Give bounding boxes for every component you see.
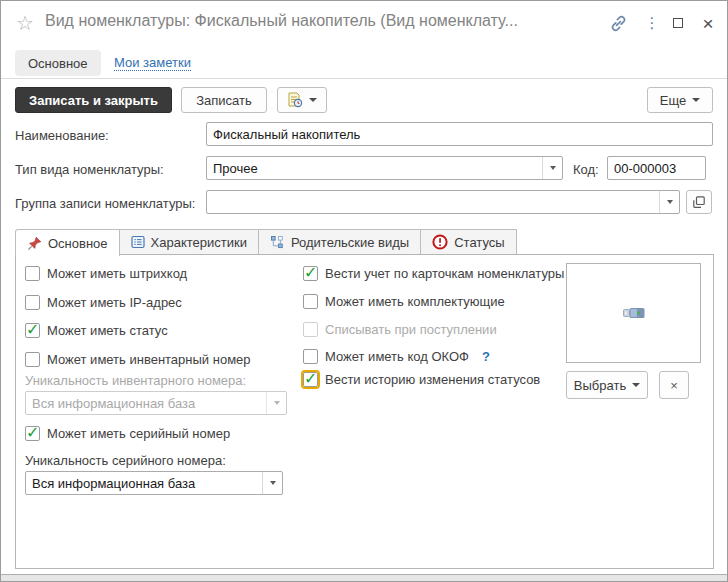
nav-link-my-notes[interactable]: Мои заметки bbox=[114, 55, 191, 71]
select-image-label: Выбрать bbox=[574, 378, 626, 393]
kebab-menu-icon[interactable]: ⋮ bbox=[641, 13, 663, 33]
checkbox-write-off-on-receipt: Списывать при поступлении bbox=[303, 320, 497, 338]
chevron-down-icon bbox=[550, 166, 556, 170]
chevron-down-icon bbox=[274, 401, 280, 405]
nav-tab-main[interactable]: Основное bbox=[15, 50, 101, 76]
close-icon[interactable]: × bbox=[697, 13, 719, 33]
checkbox-label: Может иметь штрихкод bbox=[47, 266, 187, 281]
checkbox-box bbox=[303, 372, 318, 387]
type-combo[interactable]: Прочее bbox=[206, 156, 563, 180]
type-field-label: Тип вида номенклатуры: bbox=[15, 162, 164, 177]
divider bbox=[1, 78, 727, 79]
tab-main[interactable]: Основное bbox=[15, 229, 120, 256]
checkbox-can-have-okof-code[interactable]: Может иметь код ОКОФ ? bbox=[303, 347, 490, 365]
inventory-uniqueness-combo: Вся информационная база bbox=[25, 391, 287, 415]
clear-image-button[interactable]: × bbox=[659, 371, 689, 399]
type-combo-value: Прочее bbox=[207, 161, 542, 176]
window-nomenclature-kind: ☆ Вид номенклатуры: Фискальный накопител… bbox=[0, 0, 728, 582]
checkbox-box bbox=[25, 352, 40, 367]
chevron-down-icon bbox=[632, 383, 640, 387]
clear-image-label: × bbox=[670, 378, 678, 393]
checkbox-box bbox=[303, 266, 318, 281]
select-image-button[interactable]: Выбрать bbox=[566, 371, 648, 399]
checkbox-box bbox=[25, 295, 40, 310]
chevron-down-icon bbox=[667, 200, 673, 204]
checkbox-keep-status-change-history[interactable]: Вести историю изменения статусов bbox=[303, 370, 540, 388]
code-field-label: Код: bbox=[573, 162, 599, 177]
checkbox-can-have-inventory-number[interactable]: Может иметь инвентарный номер bbox=[25, 350, 251, 368]
item-image-box[interactable] bbox=[566, 263, 701, 363]
serial-uniqueness-value: Вся информационная база bbox=[26, 476, 262, 491]
document-clock-icon bbox=[287, 92, 303, 108]
save-and-close-button[interactable]: Записать и закрыть bbox=[15, 87, 172, 113]
inventory-uniqueness-value: Вся информационная база bbox=[26, 396, 266, 411]
more-button[interactable]: Еще bbox=[647, 87, 713, 113]
tab-characteristics-label: Характеристики bbox=[151, 235, 247, 250]
tab-statuses-label: Статусы bbox=[454, 235, 504, 250]
checkbox-label: Списывать при поступлении bbox=[325, 322, 497, 337]
checkbox-box bbox=[25, 266, 40, 281]
checkbox-box bbox=[25, 323, 40, 338]
chevron-down-icon bbox=[692, 98, 700, 102]
save-label: Записать bbox=[196, 93, 252, 108]
checkbox-label: Может иметь IP-адрес bbox=[47, 295, 182, 310]
usb-flash-drive-image bbox=[623, 307, 645, 319]
form-list-icon bbox=[131, 235, 145, 249]
checkbox-label: Может иметь статус bbox=[47, 323, 168, 338]
checkbox-label: Может иметь инвентарный номер bbox=[47, 352, 251, 367]
page-tabs: Основное Характеристики Родительские в bbox=[15, 229, 517, 255]
hierarchy-icon bbox=[270, 235, 285, 250]
group-combo-dropdown-button[interactable] bbox=[659, 191, 679, 213]
serial-uniqueness-combo[interactable]: Вся информационная база bbox=[25, 471, 283, 495]
serial-uniqueness-label: Уникальность серийного номера: bbox=[25, 453, 226, 468]
checkbox-label: Вести историю изменения статусов bbox=[325, 372, 540, 387]
checkbox-can-have-serial-number[interactable]: Может иметь серийный номер bbox=[25, 424, 230, 442]
checkbox-can-have-status[interactable]: Может иметь статус bbox=[25, 321, 168, 339]
group-field-label: Группа записи номенклатуры: bbox=[15, 196, 195, 211]
serial-uniqueness-dropdown-button[interactable] bbox=[262, 472, 282, 494]
save-and-close-label: Записать и закрыть bbox=[29, 93, 158, 108]
chevron-down-icon bbox=[309, 98, 317, 102]
checkbox-label: Вести учет по карточкам номенклатуры bbox=[325, 266, 564, 281]
checkbox-can-have-barcode[interactable]: Может иметь штрихкод bbox=[25, 264, 187, 282]
checkbox-track-by-item-cards[interactable]: Вести учет по карточкам номенклатуры bbox=[303, 264, 564, 282]
checkbox-box bbox=[25, 426, 40, 441]
checkbox-box bbox=[303, 349, 318, 364]
tab-characteristics[interactable]: Характеристики bbox=[120, 229, 259, 255]
chevron-down-icon bbox=[270, 481, 276, 485]
code-input[interactable] bbox=[607, 156, 706, 180]
group-combo[interactable] bbox=[206, 190, 680, 214]
open-window-icon bbox=[693, 196, 705, 208]
tab-main-label: Основное bbox=[48, 236, 108, 251]
checkbox-label: Может иметь серийный номер bbox=[47, 426, 230, 441]
inventory-uniqueness-label: Уникальность инвентарного номера: bbox=[25, 373, 246, 388]
tab-parent-kinds[interactable]: Родительские виды bbox=[259, 229, 421, 255]
checkbox-box bbox=[303, 322, 318, 337]
name-field-label: Наименование: bbox=[15, 128, 109, 143]
change-history-button[interactable] bbox=[277, 87, 327, 113]
tab-statuses[interactable]: Статусы bbox=[421, 229, 516, 255]
checkbox-label: Может иметь код ОКОФ bbox=[325, 349, 469, 364]
inventory-uniqueness-dropdown-button bbox=[266, 392, 286, 414]
checkbox-label: Может иметь комплектующие bbox=[325, 294, 505, 309]
checkbox-can-have-components[interactable]: Может иметь комплектующие bbox=[303, 292, 505, 310]
group-open-button[interactable] bbox=[686, 190, 712, 214]
window-title: Вид номенклатуры: Фискальный накопитель … bbox=[45, 12, 518, 30]
star-icon[interactable]: ☆ bbox=[16, 11, 34, 35]
link-icon[interactable] bbox=[607, 13, 629, 33]
type-combo-dropdown-button[interactable] bbox=[542, 157, 562, 179]
tab-parent-kinds-label: Родительские виды bbox=[291, 235, 409, 250]
alert-circle-icon bbox=[432, 234, 448, 250]
more-label: Еще bbox=[660, 93, 686, 108]
checkbox-box bbox=[303, 294, 318, 309]
okof-help-icon[interactable]: ? bbox=[482, 349, 490, 364]
save-button[interactable]: Записать bbox=[181, 87, 267, 113]
maximize-icon[interactable] bbox=[667, 13, 689, 33]
checkbox-can-have-ip-address[interactable]: Может иметь IP-адрес bbox=[25, 293, 182, 311]
name-input[interactable] bbox=[206, 122, 713, 146]
window-bottom-strip bbox=[1, 574, 727, 581]
pushpin-icon bbox=[27, 236, 42, 251]
